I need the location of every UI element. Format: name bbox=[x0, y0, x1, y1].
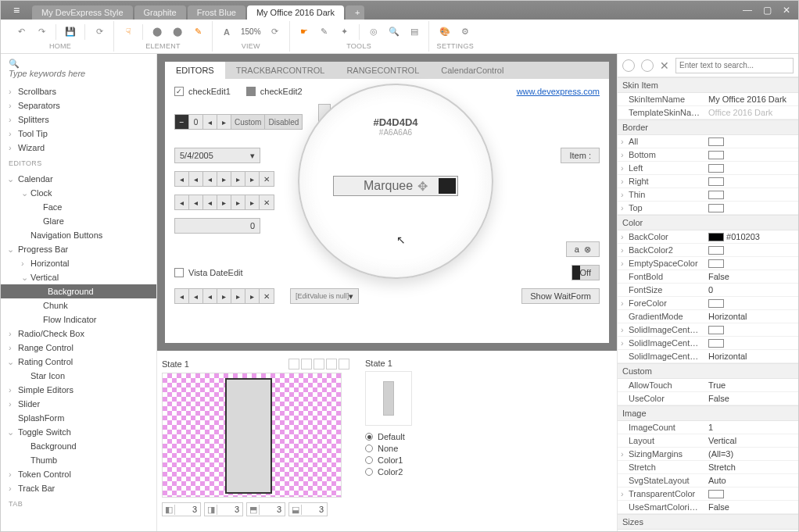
node-tokencontrol[interactable]: Token Control bbox=[1, 467, 156, 481]
node-wizard[interactable]: Wizard bbox=[1, 141, 156, 155]
node-navbuttons[interactable]: Navigation Buttons bbox=[1, 228, 156, 242]
redo-icon[interactable]: ↷ bbox=[35, 26, 48, 38]
numeric-0[interactable]: 0 bbox=[174, 218, 260, 234]
restore-button[interactable]: ▢ bbox=[763, 5, 772, 16]
node-toggle-bg[interactable]: Background bbox=[1, 439, 156, 453]
node-splashform[interactable]: SplashForm bbox=[1, 411, 156, 425]
close-button[interactable]: ✕ bbox=[783, 5, 790, 16]
node-toggleswitch[interactable]: Toggle Switch bbox=[1, 425, 156, 439]
tree-search[interactable]: 🔍 bbox=[1, 54, 156, 83]
chevron-down-icon[interactable]: ▾ bbox=[250, 151, 255, 161]
prop-all[interactable]: All bbox=[618, 136, 705, 147]
node-horizontal[interactable]: Horizontal bbox=[1, 256, 156, 270]
off-toggle2[interactable]: Off bbox=[571, 265, 600, 280]
brush-icon[interactable]: ✎ bbox=[192, 26, 204, 38]
prop-left[interactable]: Left bbox=[618, 162, 705, 173]
tree-search-input[interactable] bbox=[9, 69, 149, 78]
panel-icon2[interactable] bbox=[641, 59, 654, 72]
node-slider[interactable]: Slider bbox=[1, 397, 156, 411]
searchtool-icon[interactable]: 🔍 bbox=[388, 26, 400, 38]
nav-strip3[interactable]: ◂◂◂▸▸▸✕ bbox=[174, 288, 274, 304]
prop-emptyspace[interactable]: EmptySpaceColor bbox=[618, 258, 705, 269]
spin-custom[interactable]: −0◂▸CustomDisabled bbox=[174, 114, 303, 130]
cursor-icon[interactable]: ☟ bbox=[122, 26, 134, 38]
palette-icon[interactable]: 🎨 bbox=[439, 26, 451, 38]
prop-solidcenter2[interactable]: SolidImageCenterColor2 bbox=[618, 337, 705, 348]
node-radiocheck[interactable]: Radio/Check Box bbox=[1, 327, 156, 341]
prop-top[interactable]: Top bbox=[618, 202, 705, 213]
nav-strip1[interactable]: ◂◂◂▸▸▸✕ bbox=[174, 171, 274, 187]
blob2-icon[interactable]: ⬤ bbox=[171, 26, 184, 38]
close-icon[interactable]: ⊗ bbox=[584, 245, 591, 255]
node-trackbar[interactable]: Track Bar bbox=[1, 481, 156, 495]
node-face[interactable]: Face bbox=[1, 200, 156, 214]
node-simpleeditors[interactable]: Simple Editors bbox=[1, 383, 156, 397]
checkedit1[interactable]: ✓checkEdit1 bbox=[174, 87, 231, 96]
blob1-icon[interactable]: ⬤ bbox=[151, 26, 163, 38]
state-image-preview[interactable] bbox=[162, 373, 342, 498]
node-glare[interactable]: Glare bbox=[1, 214, 156, 228]
tab-add[interactable]: + bbox=[346, 5, 364, 20]
prop-transparent[interactable]: TransparentColor bbox=[618, 488, 705, 499]
state-view-options[interactable] bbox=[288, 359, 349, 370]
prop-sizingmargins[interactable]: SizingMargins bbox=[618, 448, 705, 459]
zoom-value[interactable]: 150% bbox=[241, 27, 261, 36]
page-icon[interactable]: ▤ bbox=[408, 26, 421, 38]
radio-color1[interactable]: Color1 bbox=[365, 455, 475, 465]
tab-myoffice2016dark[interactable]: My Office 2016 Dark bbox=[247, 5, 344, 20]
ptab-editors[interactable]: EDITORS bbox=[165, 62, 225, 79]
wand-icon[interactable]: ✦ bbox=[339, 26, 351, 38]
tab-graphite[interactable]: Graphite bbox=[134, 5, 186, 20]
panel-close-icon[interactable]: ✕ bbox=[660, 59, 669, 72]
marquee-bar[interactable]: Marquee ✥ bbox=[333, 176, 458, 196]
prop-thin[interactable]: Thin bbox=[618, 189, 705, 200]
prop-forecolor[interactable]: ForeColor bbox=[618, 298, 705, 309]
node-rangecontrol[interactable]: Range Control bbox=[1, 341, 156, 355]
zoom-refresh-icon[interactable]: ⟳ bbox=[269, 26, 281, 38]
node-clock[interactable]: Clock bbox=[1, 186, 156, 200]
ptab-trackbar[interactable]: TRACKBARCONTROL bbox=[225, 62, 336, 79]
node-calendar[interactable]: Calendar bbox=[1, 172, 156, 186]
refresh-icon[interactable]: ⟳ bbox=[93, 26, 106, 38]
node-background-selected[interactable]: Background bbox=[1, 284, 156, 298]
node-splitters[interactable]: Splitters bbox=[1, 112, 156, 127]
hand-icon[interactable]: ☛ bbox=[298, 26, 310, 38]
undo-icon[interactable]: ↶ bbox=[15, 26, 27, 38]
date-input[interactable]: 5/4/2005▾ bbox=[174, 148, 260, 163]
node-flowindicator[interactable]: Flow Indicator bbox=[1, 312, 156, 327]
dropper-icon[interactable]: ✎ bbox=[318, 26, 331, 38]
prop-right[interactable]: Right bbox=[618, 176, 705, 187]
node-vertical[interactable]: Vertical bbox=[1, 270, 156, 284]
panel-icon1[interactable] bbox=[622, 59, 635, 72]
gear-icon[interactable]: ⚙ bbox=[459, 26, 471, 38]
tab-frostblue[interactable]: Frost Blue bbox=[188, 5, 245, 20]
ptab-calendar[interactable]: CalendarControl bbox=[430, 62, 514, 79]
margin-left[interactable]: ◧3 bbox=[162, 502, 201, 516]
margin-top[interactable]: ⬒3 bbox=[246, 502, 285, 516]
nav-strip2[interactable]: ◂◂◂▸▸▸✕ bbox=[174, 195, 274, 210]
node-ratingcontrol[interactable]: Rating Control bbox=[1, 355, 156, 369]
node-toggle-thumb[interactable]: Thumb bbox=[1, 453, 156, 467]
prop-contentmargins[interactable]: ContentMargins bbox=[618, 530, 705, 531]
prop-solidcenter[interactable]: SolidImageCenterColor bbox=[618, 324, 705, 335]
tab-mydevexpress[interactable]: My DevExpress Style bbox=[32, 5, 133, 20]
prop-backcolor[interactable]: BackColor bbox=[618, 231, 705, 242]
property-search-input[interactable] bbox=[675, 58, 794, 73]
checkedit2[interactable]: checkEdit2 bbox=[246, 87, 303, 96]
node-progressbar[interactable]: Progress Bar bbox=[1, 242, 156, 256]
prop-bottom[interactable]: Bottom bbox=[618, 149, 705, 160]
node-separators[interactable]: Separators bbox=[1, 98, 156, 112]
hamburger-menu[interactable]: ≡ bbox=[1, 1, 32, 20]
editvalue-null[interactable]: [EditValue is null]▾ bbox=[290, 288, 359, 304]
minimize-button[interactable]: — bbox=[743, 5, 752, 16]
save-icon[interactable]: 💾 bbox=[64, 26, 77, 38]
margin-bottom[interactable]: ⬓3 bbox=[288, 502, 328, 516]
node-staricon[interactable]: Star Icon bbox=[1, 369, 156, 383]
node-tooltip[interactable]: Tool Tip bbox=[1, 127, 156, 141]
item-badge[interactable]: Item : bbox=[561, 148, 600, 163]
radio-none[interactable]: None bbox=[365, 444, 475, 453]
show-waitform-button[interactable]: Show WaitForm bbox=[521, 288, 600, 304]
font-icon[interactable]: A bbox=[220, 26, 233, 38]
vista-check[interactable]: Vista DateEdit bbox=[174, 268, 243, 277]
node-scrollbars[interactable]: Scrollbars bbox=[1, 84, 156, 98]
